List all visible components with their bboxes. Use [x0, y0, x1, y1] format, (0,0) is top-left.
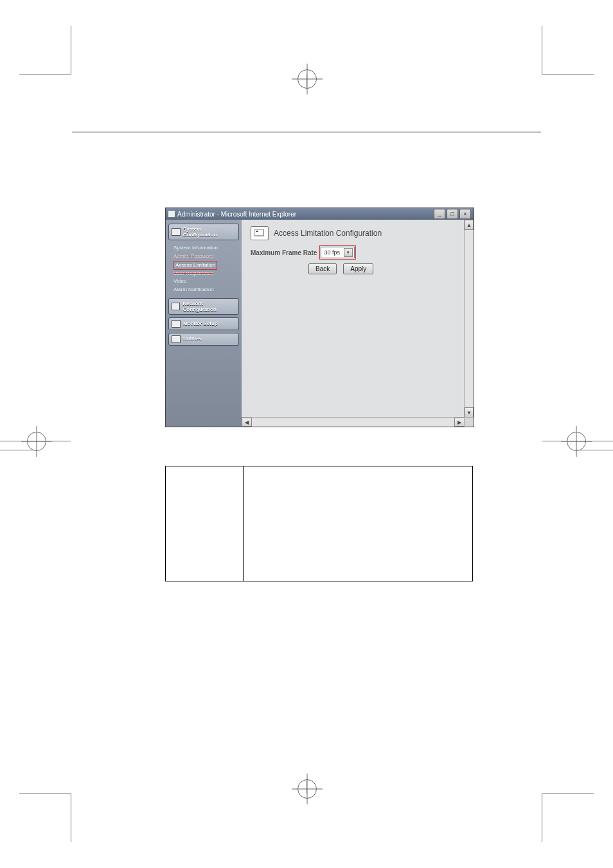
chevron-right-icon: ▶	[458, 420, 461, 425]
scroll-left-button[interactable]: ◀	[242, 418, 252, 427]
sidebar-section-label: Monitor Setup	[183, 321, 218, 326]
crop-mark	[19, 793, 71, 793]
fold-mark	[306, 781, 307, 793]
sidebar-item-system-information[interactable]: System Information	[173, 244, 238, 252]
sidebar-section-label: System Configuration	[183, 226, 236, 238]
utilities-icon	[172, 335, 181, 343]
crop-mark	[71, 26, 71, 75]
crop-mark	[542, 793, 542, 842]
svg-rect-0	[254, 229, 263, 236]
sidebar-submenu: System Information Admin. Password Acces…	[168, 243, 239, 296]
registration-mark-icon	[298, 779, 317, 799]
content-pane: Access Limitation Configuration Maximum …	[242, 220, 474, 427]
crop-mark	[71, 793, 71, 842]
crop-mark	[0, 450, 35, 450]
monitor-setup-icon	[172, 320, 181, 328]
scroll-up-button[interactable]: ▲	[465, 220, 474, 230]
sidebar-item-admin-password[interactable]: Admin. Password	[173, 252, 238, 261]
sidebar-section-monitor-setup[interactable]: Monitor Setup	[168, 317, 239, 330]
description-table	[165, 466, 473, 581]
back-button[interactable]: Back	[308, 263, 337, 274]
sidebar-section-label: Utilities	[183, 336, 202, 342]
sidebar-item-access-limitation[interactable]: Access Limitation	[173, 261, 238, 270]
content-heading: Access Limitation Configuration	[274, 229, 382, 238]
frame-rate-label: Maximum Frame Rate	[251, 249, 317, 256]
app-icon	[168, 211, 175, 217]
sidebar-section-label: Network Configuration	[182, 301, 236, 312]
fold-mark	[306, 75, 307, 87]
chevron-down-icon: ▼	[466, 410, 472, 416]
window-titlebar[interactable]: Administrator - Microsoft Internet Explo…	[166, 208, 474, 220]
apply-button[interactable]: Apply	[343, 263, 373, 274]
maximize-button[interactable]: □	[447, 209, 458, 219]
window-title: Administrator - Microsoft Internet Explo…	[177, 211, 296, 218]
scroll-down-button[interactable]: ▼	[465, 407, 474, 418]
frame-rate-value: 30 fps	[324, 249, 340, 256]
frame-rate-select[interactable]: 30 fps ▾	[321, 247, 355, 258]
sidebar-section-utilities[interactable]: Utilities	[168, 333, 239, 346]
registration-mark-icon	[567, 432, 586, 451]
column-separator	[243, 466, 244, 581]
svg-rect-1	[256, 231, 258, 232]
close-button[interactable]: ×	[459, 209, 471, 219]
scrollbar-corner	[464, 417, 474, 427]
system-config-icon	[172, 228, 181, 236]
content-heading-icon	[251, 226, 269, 240]
sidebar-item-video[interactable]: Video	[173, 278, 238, 286]
sidebar-item-alarm-notification[interactable]: Alarm Notification	[173, 286, 238, 294]
horizontal-scrollbar[interactable]: ◀ ▶	[242, 417, 465, 427]
crop-mark	[542, 75, 594, 75]
crop-mark	[542, 793, 594, 793]
sidebar-section-system-configuration[interactable]: System Configuration	[168, 224, 239, 240]
administrator-window: Administrator - Microsoft Internet Explo…	[165, 208, 474, 427]
registration-mark-icon	[298, 69, 317, 89]
chevron-left-icon: ◀	[245, 420, 249, 425]
sidebar-section-network-configuration[interactable]: Network Configuration	[168, 298, 239, 315]
sidebar: System Configuration System Information …	[166, 220, 242, 427]
registration-mark-icon	[27, 432, 46, 451]
minimize-button[interactable]: _	[434, 209, 445, 219]
crop-mark	[578, 450, 613, 450]
page-divider	[72, 132, 541, 132]
chevron-up-icon: ▲	[466, 222, 472, 228]
crop-mark	[542, 26, 542, 75]
sidebar-item-user-registration[interactable]: User Registration	[173, 270, 238, 278]
vertical-scrollbar[interactable]: ▲ ▼	[464, 220, 474, 418]
network-config-icon	[172, 303, 180, 310]
crop-mark	[19, 75, 71, 75]
chevron-down-icon: ▾	[344, 248, 353, 257]
scroll-right-button[interactable]: ▶	[454, 418, 465, 427]
